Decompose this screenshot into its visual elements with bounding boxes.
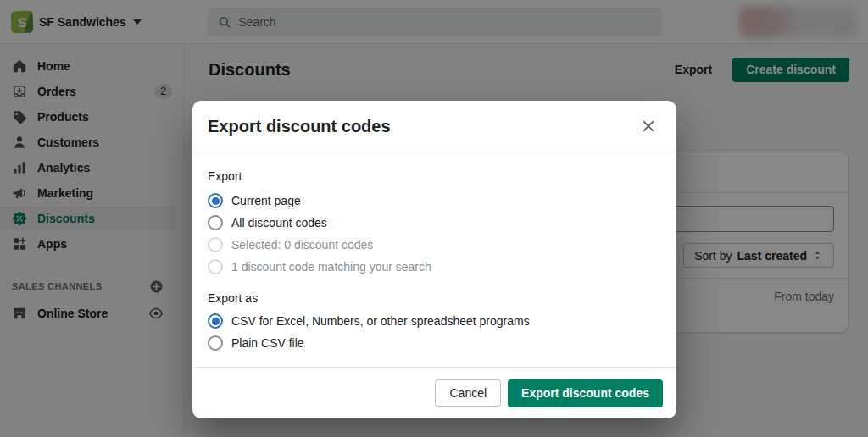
close-button[interactable]: [636, 113, 661, 139]
radio-selected-icon: [208, 313, 223, 329]
radio-current-page[interactable]: Current page: [208, 190, 659, 212]
radio-label: CSV for Excel, Numbers, or other spreads…: [231, 314, 530, 328]
close-icon: [641, 119, 656, 134]
modal-title: Export discount codes: [208, 117, 391, 136]
radio-matching-search: 1 discount code matching your search: [208, 256, 659, 278]
cancel-button[interactable]: Cancel: [435, 379, 501, 407]
radio-unselected-icon: [208, 335, 223, 351]
radio-selected-icon: [208, 193, 223, 208]
modal-header: Export discount codes: [192, 101, 676, 152]
export-discount-codes-button[interactable]: Export discount codes: [508, 379, 663, 407]
export-discount-codes-modal: Export discount codes Export Current pag…: [192, 101, 676, 418]
radio-unselected-icon: [208, 215, 223, 230]
export-section-label: Export: [208, 169, 659, 183]
radio-label: All discount codes: [231, 216, 327, 230]
shopify-admin: S SF Sandwiches Home: [0, 0, 868, 437]
modal-body: Export Current page All discount codes S…: [192, 152, 676, 354]
radio-label: Plain CSV file: [231, 336, 304, 350]
modal-footer: Cancel Export discount codes: [192, 367, 676, 418]
radio-selected-discount-codes: Selected: 0 discount codes: [208, 234, 659, 256]
radio-disabled-icon: [208, 237, 223, 252]
radio-disabled-icon: [208, 259, 223, 274]
radio-csv-spreadsheet[interactable]: CSV for Excel, Numbers, or other spreads…: [208, 310, 659, 332]
radio-label: 1 discount code matching your search: [231, 260, 431, 274]
export-as-label: Export as: [208, 291, 659, 305]
radio-plain-csv[interactable]: Plain CSV file: [208, 332, 659, 354]
radio-all-discount-codes[interactable]: All discount codes: [208, 212, 659, 234]
radio-label: Current page: [231, 194, 301, 207]
radio-label: Selected: 0 discount codes: [231, 238, 373, 252]
